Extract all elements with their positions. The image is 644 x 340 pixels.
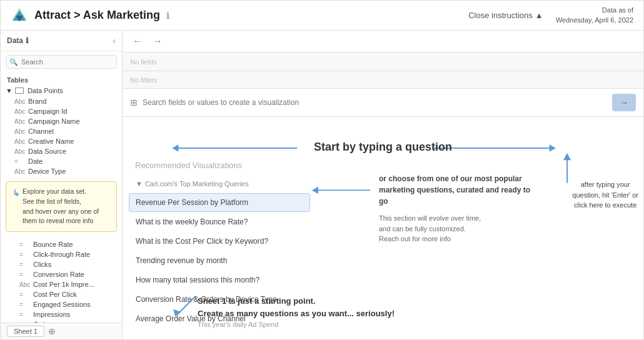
back-button[interactable]: ← [130, 34, 145, 48]
no-filters-label: No filters [130, 76, 157, 84]
bottom-title: Sheet 1 is just a starting point.Create … [198, 295, 435, 319]
svg-marker-10 [312, 187, 318, 194]
no-fields-label: No fields [130, 58, 157, 66]
after-typing-annotation: after typing yourquestion, hit 'Enter' o… [572, 179, 638, 211]
toolbar: ← → [123, 31, 643, 52]
header-left: Attract > Ask Marketing ℹ [11, 7, 169, 24]
field-brand[interactable]: Abc Brand [1, 96, 122, 106]
data-as-of: Data as of Wednesday, April 6, 2022 [556, 6, 633, 25]
metric-conversion-rate[interactable]: = Conversion Rate [14, 269, 122, 279]
rec-viz-title: Recommended Visualizations [129, 161, 310, 175]
fields-bar: No fields [123, 52, 643, 71]
add-sheet-button[interactable]: ⊕ [48, 326, 56, 336]
question-input[interactable] [143, 98, 607, 107]
sidebar-items: ▼ Data Points Abc Brand Abc Campaign Id … [1, 85, 122, 322]
metric-cost-per-impression[interactable]: Abc Cost Per 1k Impre... [14, 279, 122, 289]
metrics-section: = Bounce Rate = Click-through Rate = Cli… [1, 237, 122, 322]
metric-impressions[interactable]: = Impressions [14, 309, 122, 319]
question-bar-icon: ⊞ [130, 98, 138, 108]
search-input[interactable] [6, 55, 117, 69]
sheet-tab-area: Sheet 1 ⊕ [1, 322, 122, 339]
svg-marker-8 [563, 153, 571, 161]
svg-marker-6 [550, 144, 556, 152]
sidebar: Data ℹ ‹ 🔍 Tables ▼ Data Points [1, 31, 123, 339]
after-typing-text: after typing yourquestion, hit 'Enter' o… [572, 181, 638, 209]
field-channel[interactable]: Abc Channel [1, 126, 122, 136]
header-info-icon[interactable]: ℹ [166, 11, 169, 21]
rec-viz-item-4[interactable]: How many total sessions this month? [129, 271, 310, 289]
sidebar-data-label: Data ℹ [7, 36, 29, 45]
rec-viz-item-1[interactable]: What is the weekly Bounce Rate? [129, 212, 310, 231]
content-area: ← → No fields No filters ⊞ → [123, 31, 643, 339]
chevron-down-icon: ▼ [6, 87, 13, 94]
metric-clicks[interactable]: = Clicks [14, 259, 122, 269]
tables-label: Tables [1, 72, 122, 85]
field-device-type[interactable]: Abc Device Type [1, 166, 122, 176]
page-title: Attract > Ask Marketing [34, 9, 160, 22]
data-points-group: ▼ Data Points Abc Brand Abc Campaign Id … [1, 85, 122, 176]
field-date[interactable]: = Date [1, 156, 122, 166]
rec-viz-item-0[interactable]: Revenue Per Session by Platform [129, 193, 310, 212]
bottom-sub: This year's daily Ad Spend [198, 321, 435, 328]
logo-icon [11, 7, 28, 24]
sidebar-info-icon[interactable]: ℹ [26, 36, 29, 45]
explore-arrow-icon: ↳ [13, 187, 20, 200]
app-container: Attract > Ask Marketing ℹ Close instruct… [0, 0, 644, 340]
rec-viz-group-header: ▼ Cart.com's Top Marketing Queries [129, 175, 310, 192]
search-box: 🔍 [6, 55, 117, 69]
run-button[interactable]: → [612, 94, 636, 111]
sidebar-collapse-button[interactable]: ‹ [113, 36, 116, 46]
table-icon [15, 88, 24, 94]
metric-engaged-sessions[interactable]: = Engaged Sessions [14, 299, 122, 309]
metric-clickthrough-rate[interactable]: = Click-through Rate [14, 249, 122, 259]
main-content-area: Start by typing a question Recommended V… [123, 117, 643, 339]
metric-bounce-rate[interactable]: = Bounce Rate [14, 239, 122, 249]
rec-viz-item-3[interactable]: Trending revenue by month [129, 251, 310, 270]
start-typing-label: Start by typing a question [314, 141, 452, 154]
close-instructions-button[interactable]: Close instructions ▲ [468, 11, 543, 20]
filters-bar: No filters [123, 71, 643, 89]
field-campaign-id[interactable]: Abc Campaign Id [1, 106, 122, 116]
forward-button[interactable]: → [150, 34, 165, 48]
sidebar-header: Data ℹ ‹ [1, 31, 122, 51]
field-campaign-name[interactable]: Abc Campaign Name [1, 116, 122, 126]
question-bar: ⊞ → [123, 89, 643, 117]
data-points-label: Data Points [28, 87, 63, 94]
main-layout: Data ℹ ‹ 🔍 Tables ▼ Data Points [1, 31, 643, 339]
metric-cost-per-click[interactable]: = Cost Per Click [14, 289, 122, 299]
sheet-1-tab[interactable]: Sheet 1 [7, 326, 44, 337]
or-choose-annotation: or choose from one of our most popularma… [379, 173, 541, 244]
or-choose-text: or choose from one of our most popularma… [379, 173, 541, 207]
close-instructions-label: Close instructions [468, 11, 533, 20]
header: Attract > Ask Marketing ℹ Close instruct… [1, 1, 643, 31]
rec-viz-item-2[interactable]: What is the Cost Per Click by Keyword? [129, 232, 310, 251]
header-right: Close instructions ▲ Data as of Wednesda… [468, 6, 633, 25]
data-points-group-header[interactable]: ▼ Data Points [1, 85, 122, 96]
explore-tooltip: ↳ Explore your data set. See the list of… [6, 181, 117, 232]
search-icon: 🔍 [9, 58, 18, 66]
svg-marker-4 [172, 144, 178, 152]
chevron-up-icon: ▲ [535, 11, 543, 20]
collapse-icon: ▼ [136, 180, 143, 188]
bottom-annotation: Sheet 1 is just a starting point.Create … [198, 295, 435, 328]
evolve-text: This section will evolve over time,and c… [379, 213, 541, 244]
field-creative-name[interactable]: Abc Creative Name [1, 136, 122, 146]
field-data-source[interactable]: Abc Data Source [1, 146, 122, 156]
